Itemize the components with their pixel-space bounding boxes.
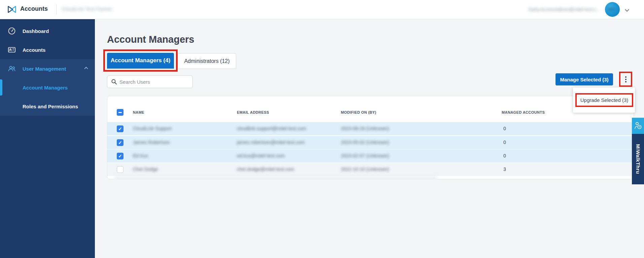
search-input[interactable]	[119, 79, 187, 85]
user-email-blurred: Early.AccessAdmin@mitel-test.c...	[529, 7, 600, 12]
cell-email: chet.dodge@mitel-test.com	[237, 167, 294, 172]
active-item-indicator	[0, 79, 2, 96]
sort-desc-icon[interactable]: ↓	[372, 109, 375, 115]
sidebar-item-label: User Management	[23, 66, 66, 72]
manage-selected-button[interactable]: Manage Selected (3)	[556, 73, 613, 85]
row-checkbox-checked[interactable]: ✓	[117, 125, 123, 132]
sidebar-item-roles-permissions[interactable]: Roles and Permissions	[0, 97, 95, 116]
two-users-icon	[7, 64, 16, 73]
menu-item-upgrade-selected[interactable]: Upgrade Selected (3)	[580, 97, 629, 103]
app-logo-icon	[7, 5, 16, 13]
cell-name: CloudLink Support	[133, 126, 172, 131]
top-header: Accounts CloudLink Test Partner Early.Ac…	[0, 0, 644, 19]
column-header-managed-accounts[interactable]: MANAGED ACCOUNTS	[502, 110, 545, 114]
tab-account-managers[interactable]: Account Managers (4)	[107, 53, 174, 69]
cell-managed-accounts: 0	[503, 153, 506, 158]
avatar-initials: EA	[608, 6, 614, 11]
table-row[interactable]: Chet Dodge chet.dodge@mitel-test.com 202…	[107, 163, 634, 176]
walkthru-tab[interactable]: MiWalkThru	[632, 134, 644, 184]
annotation-highlight-upgrade: Upgrade Selected (3)	[575, 93, 633, 107]
cell-email: ed.kus@mitel-test.com	[237, 153, 285, 158]
table-row[interactable]: ✓ CloudLink Support cloudlink.support@mi…	[107, 122, 634, 136]
row-checkbox-checked[interactable]: ✓	[117, 139, 123, 146]
users-table-card: NAME EMAIL ADDRESS MODIFIED ON (BY) ↓ MA…	[107, 96, 634, 179]
column-header-email[interactable]: EMAIL ADDRESS	[237, 110, 269, 114]
sidebar-item-label: Account Managers	[23, 85, 68, 90]
cell-name: James Robertson	[133, 140, 170, 145]
sidebar-item-label: Dashboard	[23, 28, 49, 34]
header-divider	[56, 4, 57, 14]
main-content: Account Managers Account Managers (4) Ad…	[95, 19, 644, 258]
cell-name: Ed Kus	[133, 153, 148, 158]
cell-email: james.robertson@mitel-test.com	[237, 140, 305, 145]
sidebar-item-dashboard[interactable]: Dashboard	[0, 22, 95, 40]
cell-modified: 2023-05-02 (Unknown)	[341, 140, 389, 145]
app-title: Accounts	[20, 5, 48, 12]
search-icon	[111, 79, 117, 84]
walkthru-tab-label: MiWalkThru	[635, 144, 641, 174]
sidebar-item-accounts[interactable]: Accounts	[0, 40, 95, 59]
annotation-highlight-kebab	[619, 72, 632, 87]
avatar[interactable]: EA	[605, 2, 620, 17]
page-title: Account Managers	[107, 34, 194, 45]
cell-managed-accounts: 0	[503, 140, 506, 145]
user-menu-chevron-down-icon[interactable]	[625, 7, 629, 12]
cell-modified: 2023-08-29 (Unknown)	[341, 126, 389, 131]
row-checkbox-unchecked[interactable]	[117, 166, 123, 173]
annotation-highlight-active-tab: Account Managers (4)	[103, 49, 178, 72]
person-question-icon: ?	[634, 121, 642, 130]
svg-text:?: ?	[639, 125, 640, 128]
sidebar-item-account-managers[interactable]: Account Managers	[0, 78, 95, 97]
cell-managed-accounts: 3	[503, 167, 506, 172]
walkthru-help-button[interactable]: ?	[632, 118, 644, 134]
redacted-scrollbar-band	[114, 176, 437, 179]
cell-managed-accounts: 0	[503, 126, 506, 131]
sidebar-item-user-management[interactable]: User Management	[0, 59, 95, 78]
sidebar-item-label: Accounts	[23, 47, 45, 53]
row-checkbox-checked[interactable]: ✓	[117, 153, 123, 159]
sidebar-nav: Dashboard Accounts User Management Accou…	[0, 19, 95, 258]
partner-name-blurred: CloudLink Test Partner	[62, 6, 112, 12]
actions-dropdown: Upgrade Selected (3)	[573, 87, 635, 113]
gauge-icon	[7, 27, 16, 35]
select-all-checkbox[interactable]	[117, 109, 123, 116]
search-box	[107, 75, 193, 88]
sidebar-item-label: Roles and Permissions	[23, 104, 78, 109]
cell-name: Chet Dodge	[133, 167, 158, 172]
table-row[interactable]: ✓ Ed Kus ed.kus@mitel-test.com 2023-02-0…	[107, 149, 634, 163]
kebab-menu-icon[interactable]	[624, 75, 628, 84]
table-header-row: NAME EMAIL ADDRESS MODIFIED ON (BY) ↓ MA…	[107, 104, 634, 122]
column-header-name[interactable]: NAME	[133, 110, 144, 114]
cell-email: cloudlink.support@mitel-test.com	[237, 126, 306, 131]
column-header-modified[interactable]: MODIFIED ON (BY)	[341, 110, 376, 114]
table-row[interactable]: ✓ James Robertson james.robertson@mitel-…	[107, 136, 634, 149]
tab-administrators[interactable]: Administrators (12)	[178, 53, 236, 69]
id-card-icon	[7, 45, 16, 54]
cell-modified: 2023-02-07 (Unknown)	[341, 153, 389, 158]
chevron-up-icon[interactable]	[84, 67, 88, 70]
cell-modified: 2022-10-10 (Unknown)	[341, 167, 389, 172]
